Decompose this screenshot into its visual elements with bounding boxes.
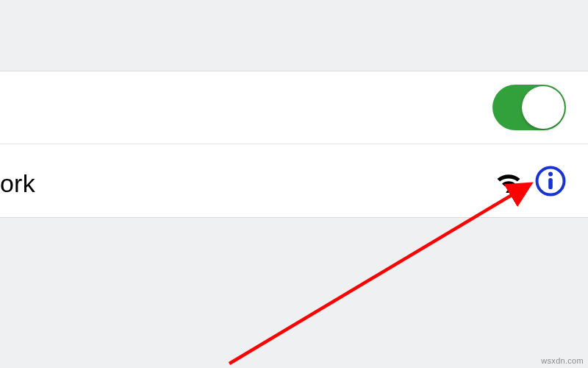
svg-rect-2 xyxy=(548,178,553,189)
wifi-signal-icon xyxy=(494,169,523,193)
wifi-network-row[interactable]: ork xyxy=(0,144,588,217)
wifi-toggle[interactable] xyxy=(492,85,566,130)
watermark: wsxdn.com xyxy=(541,356,584,365)
network-row-accessories xyxy=(494,166,566,197)
svg-point-1 xyxy=(548,171,553,176)
toggle-knob xyxy=(522,86,564,129)
wifi-toggle-row xyxy=(0,71,588,144)
settings-group: ork xyxy=(0,71,588,218)
network-name-label: ork xyxy=(0,169,35,217)
info-icon[interactable] xyxy=(535,166,566,197)
